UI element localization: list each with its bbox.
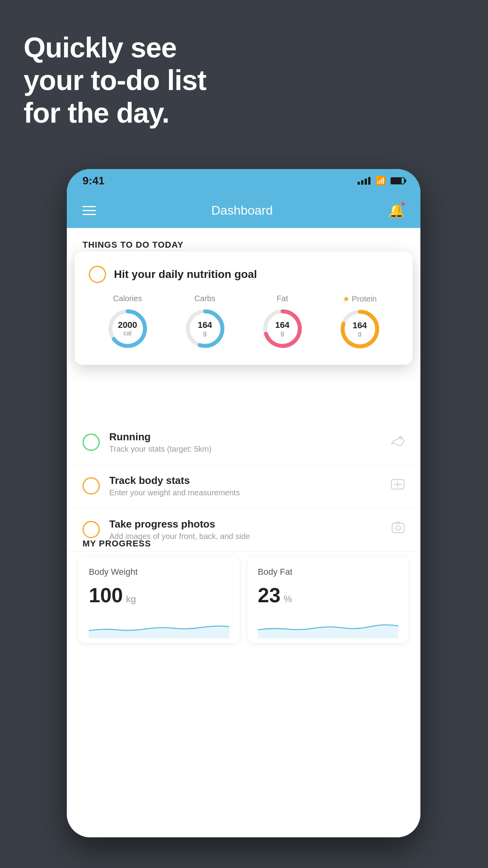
fat-item: Fat 164 g [261,294,304,350]
calories-label: Calories [113,294,142,303]
status-bar: 9:41 📶 [67,169,420,193]
body-fat-label: Body Fat [258,567,398,577]
app-content: THINGS TO DO TODAY Hit your daily nutrit… [67,228,420,837]
body-weight-label: Body Weight [89,567,229,577]
body-weight-value: 100 [89,583,123,607]
carbs-donut: 164 g [183,307,227,350]
todo-subtitle-body-stats: Enter your weight and measurements [109,488,381,497]
fat-value: 164 [275,320,290,330]
signal-icon [358,177,371,185]
status-icons: 📶 [358,176,405,186]
headline-line1: Quickly see [24,31,206,64]
protein-label: Protein [352,294,376,303]
todo-circle-running [83,434,100,451]
todo-text-running: Running Track your stats (target: 5km) [109,431,381,454]
nutrition-card[interactable]: Hit your daily nutrition goal Calories 2… [75,252,413,365]
carbs-label: Carbs [194,294,215,303]
headline-line2: your to-do list [24,64,206,97]
fat-donut: 164 g [261,307,304,350]
carbs-unit: g [198,330,212,337]
protein-donut: 164 g [338,307,382,351]
carbs-item: Carbs 164 g [183,294,227,350]
nutrition-card-title-row: Hit your daily nutrition goal [89,266,398,283]
todo-subtitle-running: Track your stats (target: 5km) [109,445,381,454]
calories-donut: 2000 cal [106,307,149,350]
body-weight-value-row: 100 kg [89,583,229,607]
body-fat-value-row: 23 % [258,583,398,607]
scale-icon [391,478,405,494]
protein-item: ★ Protein 164 g [338,294,382,351]
calories-item: Calories 2000 cal [106,294,149,350]
todo-title-body-stats: Track body stats [109,474,381,487]
todo-item-body-stats[interactable]: Track body stats Enter your weight and m… [67,464,420,508]
carbs-value: 164 [198,320,212,330]
headline-line3: for the day. [24,97,206,129]
body-weight-card[interactable]: Body Weight 100 kg [79,557,240,643]
protein-unit: g [352,330,367,337]
body-fat-card[interactable]: Body Fat 23 % [248,557,409,643]
todo-text-body-stats: Track body stats Enter your weight and m… [109,474,381,497]
nutrition-check-circle [89,266,106,283]
body-fat-unit: % [284,594,292,605]
protein-label-row: ★ Protein [343,294,376,303]
svg-point-8 [400,436,402,439]
app-header: Dashboard 🔔 [67,193,420,228]
body-weight-chart [89,615,229,638]
progress-header: MY PROGRESS [67,527,420,557]
nutrition-card-title: Hit your daily nutrition goal [114,268,257,281]
protein-value: 164 [352,321,367,330]
notification-dot [401,202,405,206]
phone-frame: 9:41 📶 Dashboard 🔔 THINGS TO DO TODAY [67,169,420,837]
todo-item-running[interactable]: Running Track your stats (target: 5km) [67,421,420,464]
calories-value: 2000 [118,320,137,330]
body-fat-chart [258,615,398,638]
todo-circle-body-stats [83,477,100,495]
body-weight-unit: kg [126,594,136,605]
nutrition-circles: Calories 2000 cal Carbs [89,294,398,351]
todo-title-running: Running [109,431,381,443]
calories-unit: cal [118,330,137,337]
running-icon [391,435,405,450]
progress-cards: Body Weight 100 kg Body Fat 23 % [67,557,420,643]
wifi-icon: 📶 [375,176,386,186]
status-time: 9:41 [83,175,105,187]
battery-icon [391,177,405,184]
star-icon: ★ [343,294,350,303]
fat-label: Fat [277,294,288,303]
hamburger-menu-icon[interactable] [83,206,96,215]
headline: Quickly see your to-do list for the day. [24,31,206,129]
progress-section: MY PROGRESS Body Weight 100 kg Body Fat [67,527,420,643]
fat-unit: g [275,330,290,337]
body-fat-value: 23 [258,583,281,607]
notification-bell-icon[interactable]: 🔔 [388,202,405,218]
header-title: Dashboard [211,203,273,218]
